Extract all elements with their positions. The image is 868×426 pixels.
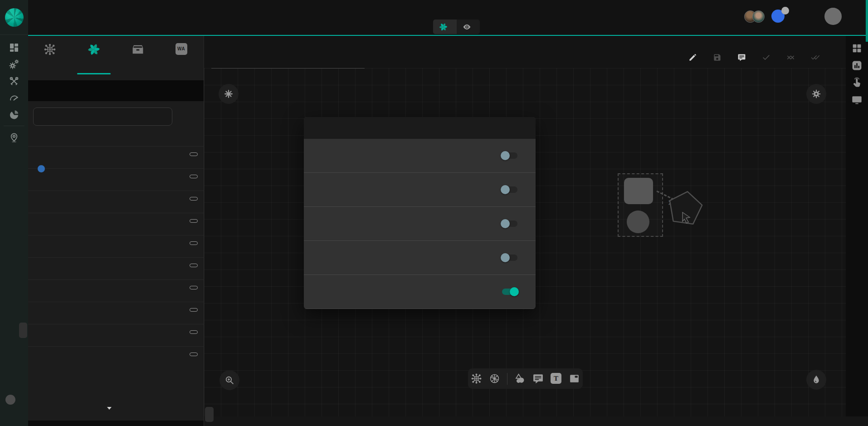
options-modal-body bbox=[304, 139, 536, 309]
deploy-button bbox=[811, 53, 823, 62]
rail-interaction-icon[interactable] bbox=[851, 77, 863, 88]
text-tool-icon[interactable]: T bbox=[551, 373, 562, 384]
panel-tabs: WA bbox=[28, 36, 204, 80]
toggle-knob bbox=[501, 253, 510, 262]
active-tab-underline bbox=[77, 73, 111, 74]
asterisk-icon bbox=[224, 89, 234, 99]
canvas-settings-button[interactable] bbox=[806, 84, 826, 104]
rail-widgets-icon[interactable] bbox=[851, 43, 863, 54]
help-button[interactable] bbox=[5, 395, 15, 405]
sidebar-item-performance[interactable] bbox=[0, 89, 28, 106]
mode-tab-design[interactable] bbox=[433, 20, 457, 34]
validate-button bbox=[762, 53, 774, 62]
toggle-enable-whiteboard[interactable] bbox=[502, 289, 517, 295]
search-input[interactable] bbox=[40, 113, 158, 121]
comment-button[interactable] bbox=[737, 53, 750, 62]
gauge-icon bbox=[9, 93, 20, 103]
design-owner-avatar bbox=[37, 165, 45, 173]
arrange-layout-button[interactable] bbox=[219, 84, 239, 104]
collaborator-avatar-2[interactable] bbox=[752, 10, 765, 23]
mode-tab-visualize[interactable] bbox=[457, 20, 480, 34]
comment-icon bbox=[737, 53, 746, 62]
zoom-button[interactable] bbox=[219, 370, 239, 390]
design-list bbox=[28, 146, 204, 368]
expand-panel-button[interactable] bbox=[19, 323, 27, 338]
zoomin-icon bbox=[224, 375, 234, 385]
design-row[interactable] bbox=[28, 168, 204, 191]
toggle-show-tutorial[interactable] bbox=[502, 220, 517, 227]
kubernetes-icon bbox=[773, 11, 783, 21]
toggle-hide-grid[interactable] bbox=[502, 186, 517, 193]
squid-icon bbox=[630, 214, 646, 230]
droplet-icon bbox=[811, 375, 821, 385]
design-row[interactable] bbox=[28, 191, 204, 213]
shapes-tool-icon[interactable] bbox=[514, 373, 526, 384]
meshmap-app: WA T bbox=[0, 0, 868, 426]
sidebar-item-meshmap[interactable] bbox=[0, 129, 28, 146]
visibility-badge bbox=[190, 308, 198, 312]
sidebar-item-lifecycle[interactable] bbox=[0, 56, 28, 73]
design-row[interactable] bbox=[28, 213, 204, 235]
collapse-panel-tab[interactable] bbox=[205, 407, 214, 422]
design-row[interactable] bbox=[28, 302, 204, 324]
settings-icon[interactable] bbox=[792, 11, 802, 21]
tab-filters[interactable]: WA bbox=[160, 36, 204, 80]
filter-icon[interactable] bbox=[188, 111, 199, 122]
design-row[interactable] bbox=[28, 257, 204, 279]
kubernetes-tool-icon[interactable] bbox=[489, 373, 500, 384]
designs-panel: WA bbox=[28, 35, 204, 426]
right-rail bbox=[846, 36, 868, 416]
media-tool-icon[interactable] bbox=[569, 373, 580, 384]
design-row[interactable] bbox=[28, 279, 204, 302]
spiral-icon bbox=[88, 43, 100, 56]
toolbox-icon bbox=[9, 76, 20, 87]
tab-designs[interactable] bbox=[72, 36, 116, 80]
search-icon[interactable] bbox=[158, 112, 167, 121]
profile-avatar[interactable] bbox=[824, 8, 842, 25]
toggle-knob bbox=[501, 185, 510, 194]
new-button[interactable] bbox=[688, 53, 701, 62]
pentagon-gear-icon bbox=[693, 207, 700, 214]
toggle-show-reset-canvas-confirmation[interactable] bbox=[502, 255, 517, 261]
tune-icon bbox=[311, 122, 322, 133]
design-row[interactable] bbox=[28, 346, 204, 368]
visibility-badge bbox=[190, 241, 198, 245]
whirl-tool-button[interactable] bbox=[806, 370, 826, 390]
pagination bbox=[28, 396, 204, 421]
tab-components[interactable] bbox=[28, 36, 72, 80]
kubernetes-context-chip[interactable] bbox=[771, 10, 785, 23]
design-row[interactable] bbox=[28, 235, 204, 257]
sidebar-item-dashboard[interactable] bbox=[0, 39, 28, 56]
logo-cell[interactable] bbox=[0, 0, 28, 35]
components-tool-icon[interactable] bbox=[471, 373, 482, 384]
options-modal-header[interactable] bbox=[304, 117, 536, 139]
option-row bbox=[304, 241, 536, 275]
tutorial-squid-node bbox=[627, 211, 649, 233]
toggle-knob bbox=[501, 219, 510, 228]
notifications-icon[interactable] bbox=[809, 12, 818, 21]
mode-switch bbox=[433, 20, 480, 34]
rail-display-icon[interactable] bbox=[851, 94, 863, 106]
comment-tool-icon[interactable] bbox=[532, 373, 544, 384]
visibility-badge bbox=[190, 286, 198, 289]
sidebar-item-extensions[interactable] bbox=[0, 106, 28, 123]
design-name-input[interactable] bbox=[211, 55, 365, 69]
circuit-icon bbox=[44, 43, 56, 56]
toggle-knob bbox=[501, 151, 510, 160]
design-row[interactable] bbox=[28, 146, 204, 168]
toggle-snap-to-grid[interactable] bbox=[502, 152, 517, 159]
page-scrollbar-thumb[interactable] bbox=[866, 0, 868, 42]
visibility-badge bbox=[190, 330, 198, 334]
option-row bbox=[304, 207, 536, 241]
rail-analytics-icon[interactable] bbox=[851, 60, 863, 71]
sidebar-item-configuration[interactable] bbox=[0, 73, 28, 89]
dcross-icon bbox=[786, 53, 795, 62]
import-design-icon[interactable] bbox=[177, 111, 187, 122]
page-size-select[interactable] bbox=[104, 407, 112, 410]
pie-icon bbox=[9, 109, 20, 120]
tab-catalog[interactable] bbox=[116, 36, 160, 80]
design-row[interactable] bbox=[28, 324, 204, 346]
cloud-saved-icon bbox=[368, 58, 380, 67]
context-count-badge bbox=[781, 7, 789, 15]
visibility-badge bbox=[190, 175, 198, 178]
